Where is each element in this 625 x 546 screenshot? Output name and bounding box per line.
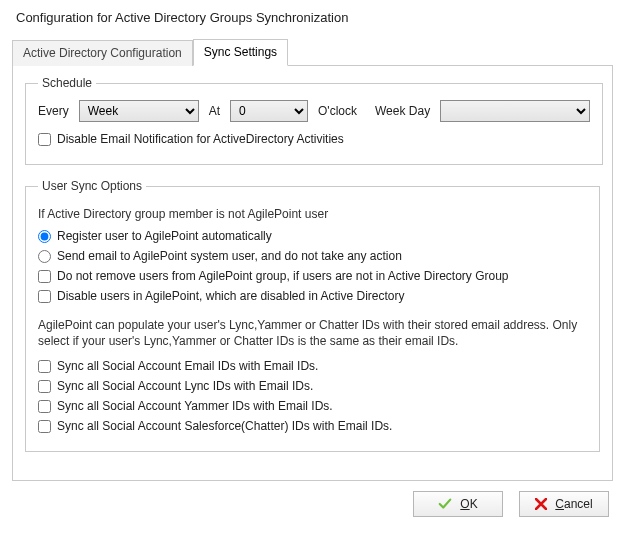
check-disable-users[interactable]: [38, 290, 51, 303]
schedule-legend: Schedule: [38, 76, 96, 90]
check-sync-email[interactable]: [38, 360, 51, 373]
radio-register-auto-label: Register user to AgilePoint automaticall…: [57, 229, 272, 243]
weekday-select[interactable]: [440, 100, 590, 122]
check-disable-users-label: Disable users in AgilePoint, which are d…: [57, 289, 405, 303]
user-sync-group: User Sync Options If Active Directory gr…: [25, 179, 600, 452]
tab-strip: Active Directory Configuration Sync Sett…: [12, 39, 613, 66]
ok-button[interactable]: OK: [413, 491, 503, 517]
check-sync-chatter[interactable]: [38, 420, 51, 433]
oclock-label: O'clock: [318, 104, 357, 118]
user-sync-heading: If Active Directory group member is not …: [38, 207, 587, 221]
check-do-not-remove[interactable]: [38, 270, 51, 283]
at-label: At: [209, 104, 220, 118]
check-sync-yammer[interactable]: [38, 400, 51, 413]
tab-ad-configuration[interactable]: Active Directory Configuration: [12, 40, 193, 66]
radio-send-email[interactable]: [38, 250, 51, 263]
social-note: AgilePoint can populate your user's Lync…: [38, 317, 587, 349]
every-label: Every: [38, 104, 69, 118]
check-sync-chatter-label: Sync all Social Account Salesforce(Chatt…: [57, 419, 392, 433]
check-sync-lync[interactable]: [38, 380, 51, 393]
disable-email-checkbox[interactable]: [38, 133, 51, 146]
check-sync-email-label: Sync all Social Account Email IDs with E…: [57, 359, 318, 373]
check-icon: [438, 497, 452, 511]
cancel-button[interactable]: Cancel: [519, 491, 609, 517]
cancel-button-label: Cancel: [555, 497, 592, 511]
radio-send-email-label: Send email to AgilePoint system user, an…: [57, 249, 402, 263]
dialog-button-bar: OK Cancel: [12, 481, 613, 517]
tab-sync-settings[interactable]: Sync Settings: [193, 39, 288, 66]
hour-select[interactable]: 0: [230, 100, 308, 122]
weekday-label: Week Day: [375, 104, 430, 118]
check-sync-yammer-label: Sync all Social Account Yammer IDs with …: [57, 399, 333, 413]
check-sync-lync-label: Sync all Social Account Lync IDs with Em…: [57, 379, 313, 393]
dialog-title: Configuration for Active Directory Group…: [16, 10, 613, 25]
sync-settings-panel: Schedule Every Week At 0 O'clock Week Da…: [12, 65, 613, 481]
every-select[interactable]: Week: [79, 100, 199, 122]
user-sync-legend: User Sync Options: [38, 179, 146, 193]
check-do-not-remove-label: Do not remove users from AgilePoint grou…: [57, 269, 509, 283]
schedule-group: Schedule Every Week At 0 O'clock Week Da…: [25, 76, 603, 165]
x-icon: [535, 498, 547, 510]
ok-button-label: OK: [460, 497, 477, 511]
disable-email-label: Disable Email Notification for ActiveDir…: [57, 132, 344, 146]
radio-register-auto[interactable]: [38, 230, 51, 243]
